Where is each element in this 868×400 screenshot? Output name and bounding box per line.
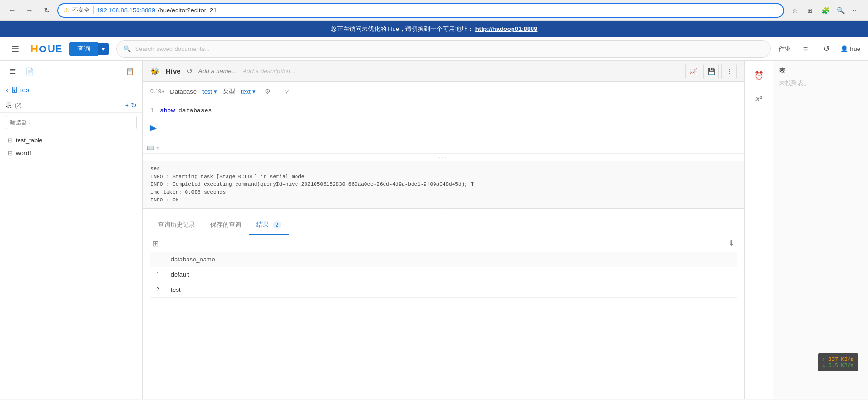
header-actions: 作业 ≡ ↺ 👤 hue bbox=[779, 42, 860, 56]
notification-bar: 您正在访问未优化的 Hue，请切换到一个可用地址： http://hadoop0… bbox=[0, 21, 868, 37]
logo-circle-icon bbox=[39, 46, 46, 52]
table-filter-input[interactable] bbox=[6, 116, 137, 129]
table-section-header: 表 (2) + ↻ bbox=[0, 98, 142, 113]
back-button[interactable]: ← bbox=[6, 4, 19, 17]
network-download-stat: ↓ 0.5 KB/s bbox=[822, 362, 854, 369]
browser-more-button[interactable]: ⋯ bbox=[849, 4, 862, 17]
database-value: test bbox=[202, 88, 212, 95]
tab-saved-queries[interactable]: 保存的查询 bbox=[203, 216, 249, 235]
bookmarks-button[interactable]: ☆ bbox=[788, 4, 801, 17]
formula-icon: x² bbox=[756, 94, 762, 102]
db-dropdown-icon: ▾ bbox=[214, 88, 217, 95]
add-name-field[interactable]: Add a name... bbox=[198, 68, 237, 75]
results-tabs: 查询历史记录 保存的查询 结果 2 bbox=[143, 216, 744, 235]
query-dropdown-button[interactable]: ▾ bbox=[98, 43, 108, 55]
sidebar-db-nav: ‹ 🗄 test bbox=[0, 82, 142, 98]
table-actions: + ↻ bbox=[125, 101, 137, 109]
table-item-test-table[interactable]: ⊞ test_table bbox=[0, 134, 142, 147]
code-content-1: show databases bbox=[160, 107, 212, 114]
save-query-button[interactable]: 💾 bbox=[703, 64, 719, 79]
right-panel-clock-button[interactable]: ⏰ bbox=[750, 67, 768, 84]
far-right-panel-title: 表 bbox=[779, 67, 862, 75]
tab-search-button[interactable]: ⊞ bbox=[803, 4, 817, 17]
far-right-panel: 表 未找到表。 bbox=[773, 61, 868, 399]
log-area: ses INFO : Starting task [Stage-0:DDL] i… bbox=[143, 161, 744, 209]
log-results-resizer[interactable]: ··· bbox=[143, 209, 744, 216]
sidebar-layers-button[interactable]: ☰ bbox=[6, 65, 19, 78]
code-keyword-show: show bbox=[160, 107, 175, 114]
jobs-link[interactable]: 作业 bbox=[779, 45, 791, 53]
table-list: ⊞ test_table ⊞ word1 bbox=[0, 132, 142, 161]
database-selector[interactable]: test ▾ bbox=[202, 88, 217, 95]
right-panel-formula-button[interactable]: x² bbox=[750, 90, 768, 107]
editor-log-resizer[interactable]: ··· bbox=[143, 154, 744, 161]
type-selector[interactable]: text ▾ bbox=[241, 88, 256, 95]
sidebar-toolbar: ☰ 📄 📋 bbox=[0, 61, 142, 82]
row-1-num: 1 bbox=[150, 267, 165, 282]
code-line-1: 1 show databases bbox=[143, 105, 744, 116]
hue-logo: H UE bbox=[30, 43, 62, 55]
editor-title: Hive bbox=[166, 67, 181, 75]
network-upload-stat: ↑ 337 KB/s bbox=[822, 356, 854, 362]
results-count-badge: 2 bbox=[273, 221, 281, 228]
refresh-tables-button[interactable]: ↻ bbox=[131, 101, 137, 109]
run-query-button[interactable]: ▶ bbox=[147, 121, 160, 134]
database-label: Database bbox=[170, 88, 197, 95]
book-icon-button[interactable]: 📖 bbox=[147, 144, 154, 151]
query-help-button[interactable]: ? bbox=[280, 85, 294, 98]
tab-query-history[interactable]: 查询历史记录 bbox=[150, 216, 203, 235]
query-button[interactable]: 查询 bbox=[69, 42, 98, 56]
left-sidebar: ☰ 📄 📋 ‹ 🗄 test 表 (2) + ↻ ⊞ test_table bbox=[0, 61, 143, 399]
url-host: 192.168.88.150:8889 bbox=[97, 7, 155, 14]
notification-link[interactable]: http://hadoop01:8889 bbox=[475, 25, 538, 32]
document-search-bar[interactable]: 🔍 Search saved documents... bbox=[116, 40, 771, 58]
url-path: /hue/editor?editor=21 bbox=[158, 7, 217, 14]
download-results-button[interactable]: ⬇ bbox=[727, 237, 737, 250]
sidebar-doc-button[interactable]: 📄 bbox=[23, 65, 36, 78]
forward-button[interactable]: → bbox=[23, 4, 36, 17]
center-content: 🐝 Hive ↺ Add a name... Add a description… bbox=[143, 61, 744, 399]
history-icon-button[interactable]: ↺ bbox=[819, 42, 833, 56]
logo-h: H bbox=[30, 43, 38, 55]
extensions-button[interactable]: 🧩 bbox=[819, 4, 832, 17]
grid-view-button[interactable]: ⊞ bbox=[150, 237, 160, 250]
more-options-button[interactable]: ⋮ bbox=[721, 64, 737, 79]
add-table-button[interactable]: + bbox=[125, 101, 129, 109]
address-bar[interactable]: ⚠ 不安全 192.168.88.150:8889 /hue/editor?ed… bbox=[57, 3, 784, 18]
db-back-button[interactable]: ‹ bbox=[6, 86, 8, 94]
hive-bee-icon: 🐝 bbox=[150, 67, 160, 76]
sidebar-copy-button[interactable]: 📋 bbox=[123, 65, 137, 78]
col-database-name: database_name bbox=[165, 252, 737, 267]
app-header: ☰ H UE 查询 ▾ 🔍 Search saved documents... … bbox=[0, 37, 868, 61]
tab-results-label: 结果 bbox=[256, 221, 269, 228]
menu-hamburger-button[interactable]: ☰ bbox=[8, 41, 23, 57]
log-line-3: ime taken: 0.086 seconds bbox=[150, 189, 737, 197]
reload-button[interactable]: ↻ bbox=[40, 4, 53, 17]
db-name-label: test bbox=[20, 86, 31, 94]
tab-results[interactable]: 结果 2 bbox=[249, 216, 289, 235]
editor-history-button[interactable]: ↺ bbox=[187, 67, 193, 76]
add-description-field[interactable]: Add a description... bbox=[243, 68, 296, 75]
user-icon: 👤 bbox=[840, 45, 848, 52]
table-header-left: 表 (2) bbox=[6, 101, 22, 110]
results-table: database_name 1 default 2 test bbox=[150, 252, 737, 298]
notification-text: 您正在访问未优化的 Hue，请切换到一个可用地址： bbox=[331, 25, 473, 32]
editor-tabs-bar: 🐝 Hive ↺ Add a name... Add a description… bbox=[143, 61, 744, 82]
db-icon: 🗄 bbox=[11, 86, 18, 94]
table-item-word1[interactable]: ⊞ word1 bbox=[0, 147, 142, 160]
network-stats-overlay: ↑ 337 KB/s ↓ 0.5 KB/s bbox=[818, 353, 858, 371]
results-controls: ⊞ ⬇ bbox=[150, 235, 737, 252]
user-label: hue bbox=[850, 45, 860, 52]
table-section-label: 表 bbox=[6, 101, 12, 110]
chart-button[interactable]: 📈 bbox=[685, 64, 700, 79]
col-row-num bbox=[150, 252, 165, 267]
log-line-2: INFO : Completed executing command(query… bbox=[150, 180, 737, 189]
log-line-4: INFO : OK bbox=[150, 196, 737, 204]
query-settings-button[interactable]: ⚙ bbox=[261, 85, 275, 98]
zoom-button[interactable]: 🔍 bbox=[834, 4, 847, 17]
code-editor-area[interactable]: 1 show databases ▶ 📖 ▾ bbox=[143, 101, 744, 154]
line-number-1: 1 bbox=[143, 107, 160, 114]
security-label: 不安全 bbox=[72, 6, 94, 14]
browser-action-bar: ☆ ⊞ 🧩 🔍 ⋯ bbox=[788, 4, 862, 17]
list-icon-button[interactable]: ≡ bbox=[799, 42, 812, 56]
